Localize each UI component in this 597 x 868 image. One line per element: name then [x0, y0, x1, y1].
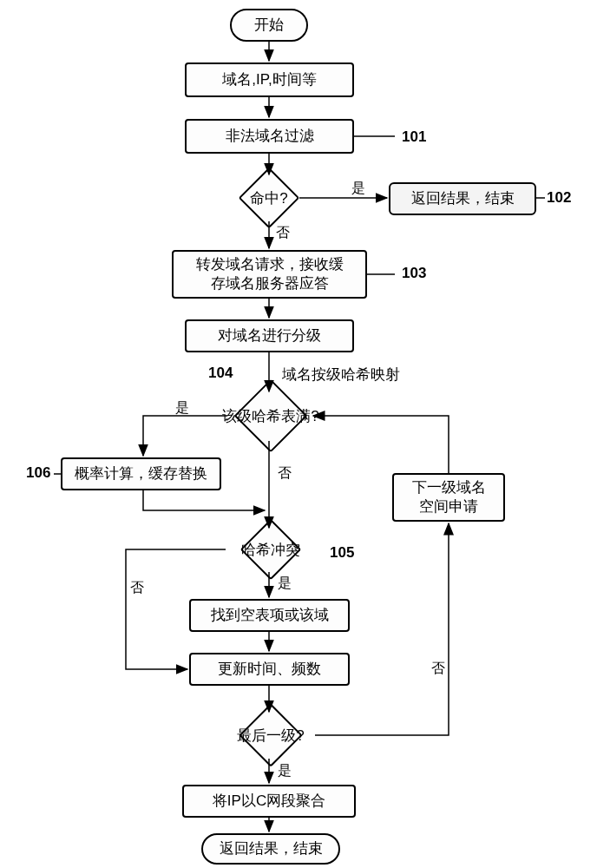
forward-text: 转发域名请求，接收缓 存域名服务器应答 [196, 255, 344, 293]
hit-yes: 是 [351, 180, 365, 198]
label-105: 105 [330, 544, 354, 562]
conflict-yes: 是 [278, 575, 292, 593]
findempty-text: 找到空表项或该域 [211, 606, 329, 625]
filter-proc: 非法域名过滤 [185, 119, 354, 154]
ipagg-proc: 将IP以C网段聚合 [182, 785, 356, 818]
label-104: 104 [208, 365, 233, 382]
prob-text: 概率计算，缓存替换 [75, 464, 207, 483]
ipagg-text: 将IP以C网段聚合 [213, 792, 325, 811]
label-103: 103 [402, 265, 426, 282]
level-text: 对域名进行分级 [218, 326, 321, 345]
start-terminal: 开始 [230, 9, 308, 42]
forward-proc: 转发域名请求，接收缓 存域名服务器应答 [172, 250, 367, 299]
nextspace-text: 下一级域名 空间申请 [412, 478, 486, 516]
start-text: 开始 [254, 16, 284, 35]
return1-text: 返回结果，结束 [411, 189, 515, 208]
end-terminal: 返回结果，结束 [201, 833, 340, 865]
hashfull-yes: 是 [175, 399, 189, 418]
hit-no: 否 [276, 224, 290, 242]
hashfull-text: 该级哈希表满? [222, 406, 318, 426]
label-102: 102 [547, 189, 571, 207]
hashfull-decision: 该级哈希表满? [210, 391, 331, 441]
last-decision: 最后一级? [219, 712, 323, 759]
return1-proc: 返回结果，结束 [389, 182, 536, 215]
label-hashmap: 域名按级哈希映射 [282, 365, 400, 385]
level-proc: 对域名进行分级 [185, 319, 354, 352]
conflict-text: 哈希冲突 [241, 540, 300, 560]
last-no: 否 [431, 660, 445, 678]
filter-text: 非法域名过滤 [226, 127, 314, 146]
findempty-proc: 找到空表项或该域 [189, 599, 350, 632]
last-yes: 是 [278, 762, 292, 780]
end-text: 返回结果，结束 [220, 839, 323, 858]
last-text: 最后一级? [237, 726, 304, 746]
hashfull-no: 否 [278, 464, 292, 483]
hit-text: 命中? [250, 188, 287, 208]
update-proc: 更新时间、频数 [189, 653, 350, 686]
input-text: 域名,IP,时间等 [222, 70, 316, 89]
conflict-decision: 哈希冲突 [219, 527, 323, 572]
label-106: 106 [26, 464, 50, 482]
update-text: 更新时间、频数 [218, 660, 321, 679]
label-101: 101 [402, 128, 426, 146]
hit-decision: 命中? [239, 175, 299, 220]
conflict-no: 否 [130, 579, 144, 597]
input-proc: 域名,IP,时间等 [185, 62, 354, 97]
nextspace-proc: 下一级域名 空间申请 [392, 473, 505, 522]
prob-proc: 概率计算，缓存替换 [61, 457, 221, 490]
